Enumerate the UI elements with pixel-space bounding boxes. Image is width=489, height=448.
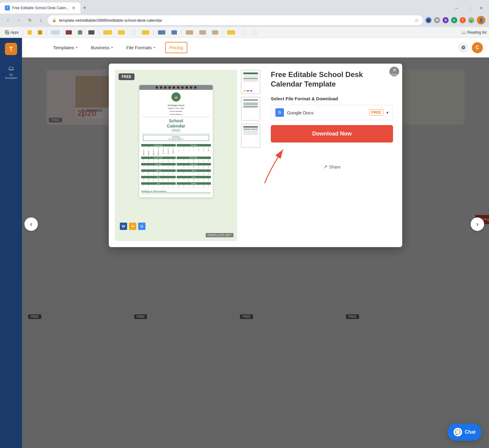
cal-month-7: March SMTWTFS 123456 <box>141 169 176 175</box>
forward-button[interactable]: › <box>15 16 23 24</box>
ext-icon-1[interactable]: ⬛ <box>425 17 432 23</box>
refresh-button[interactable]: ↻ <box>26 16 34 24</box>
reading-list-label: Reading list <box>467 30 487 35</box>
bookmark-8[interactable] <box>116 30 127 35</box>
back-button[interactable]: ‹ <box>4 16 12 24</box>
modal-close-label: Close <box>391 73 398 76</box>
user-profile-button[interactable]: C <box>472 42 483 53</box>
thumbnail-1[interactable] <box>241 70 260 94</box>
chat-label: Chat <box>465 429 476 435</box>
ext-puzzle-icon[interactable]: 🧩 <box>468 17 474 23</box>
home-button[interactable]: ⌂ <box>37 16 45 24</box>
chat-button[interactable]: 💬 Chat <box>447 424 482 441</box>
main-preview-area: FREE 🏫 <box>115 70 237 241</box>
bookmark-separator-5 <box>181 30 182 35</box>
browser-tab[interactable]: T Free Editable School Desk Calen... ✕ <box>0 2 80 13</box>
calendar-title: SchoolCalendar <box>142 118 210 129</box>
format-icons-row: W ✏ G <box>120 223 145 230</box>
cal-month-11: July SMTWTFS 123 <box>141 182 176 188</box>
notes-title: Holidays & Observations <box>141 190 211 193</box>
bookmark-5[interactable] <box>75 30 85 35</box>
modal-prev-button[interactable]: ‹ <box>24 217 38 231</box>
reading-list-icon: 📖 <box>461 30 466 35</box>
bookmark-separator <box>23 30 23 35</box>
modal-right-section: Free Editable School Desk Calendar Templ… <box>268 70 396 241</box>
thumbnail-2[interactable] <box>241 97 260 121</box>
nav-business[interactable]: Business ▾ <box>87 43 116 53</box>
cal-month-8: April SMTWTFS 123 <box>177 169 211 175</box>
my-templates-icon: 🗂 <box>8 65 14 72</box>
bookmark-3[interactable] <box>49 30 62 35</box>
bookmark-separator-3 <box>99 30 99 35</box>
bookmark-1[interactable] <box>25 30 34 35</box>
bookmark-9[interactable] <box>128 30 138 35</box>
sidebar-item-my-templates[interactable]: 🗂 MyTemplates <box>2 62 20 82</box>
calendar-year: (2022) <box>142 129 210 132</box>
cal-month-2: October SMTWTFS 123 45678910 <box>177 144 211 156</box>
settings-button[interactable]: ⚙ <box>458 43 468 53</box>
bookmark-15[interactable] <box>210 30 221 35</box>
modal-close-button[interactable]: ✕ Close <box>389 67 399 76</box>
free-badge: FREE <box>119 73 134 80</box>
window-close-button[interactable]: ✕ <box>478 6 484 10</box>
address-bar[interactable]: 🔒 template.net/editable/28895/editable-s… <box>48 15 423 25</box>
maximize-button[interactable]: ⬜ <box>466 6 472 10</box>
bookmark-2[interactable] <box>35 30 45 35</box>
chat-circle-icon: 💬 <box>454 428 462 436</box>
apps-bookmark[interactable]: Apps <box>2 30 21 35</box>
bookmark-star-icon[interactable]: ☆ <box>414 17 419 23</box>
bookmark-4[interactable] <box>63 30 74 35</box>
nav-file-formats[interactable]: File Formats ▾ <box>123 43 159 53</box>
bookmark-7[interactable] <box>101 30 114 35</box>
reading-list-button[interactable]: 📖 Reading list <box>461 30 487 35</box>
nav-file-formats-label: File Formats <box>126 45 152 50</box>
pages-format-icon: ✏ <box>129 223 136 230</box>
thumbnail-3[interactable] <box>241 124 260 148</box>
site-logo[interactable]: T <box>5 43 17 55</box>
nav-templates-label: Templates <box>53 45 74 50</box>
gear-icon: ⚙ <box>461 45 465 50</box>
lock-icon: 🔒 <box>52 18 57 22</box>
bookmark-17[interactable] <box>239 30 248 35</box>
bookmark-6[interactable] <box>86 30 97 35</box>
download-now-button[interactable]: Download Now <box>271 125 393 143</box>
format-selector-dropdown[interactable]: G Google Docs FREE ▾ <box>271 105 393 120</box>
thumbnail-list <box>241 70 260 241</box>
ext-icon-3[interactable]: N <box>443 17 449 23</box>
modal-next-button[interactable]: › <box>471 217 484 231</box>
bookmark-16[interactable] <box>225 30 237 35</box>
bookmark-12[interactable] <box>169 30 179 35</box>
format-free-tag: FREE <box>369 109 383 116</box>
thumb-inner-1 <box>242 71 259 93</box>
cal-month-6: February SMTWTFS 123456 <box>177 163 211 168</box>
calendar-preview: 🏫 Hill Bridge SchoolAddress, City, State… <box>139 85 213 197</box>
apps-label: Apps <box>10 30 19 35</box>
nav-file-formats-chevron: ▾ <box>154 46 155 49</box>
bookmark-13[interactable] <box>183 30 196 35</box>
ext-icon-4[interactable]: G <box>451 17 457 23</box>
bookmark-14[interactable] <box>197 30 208 35</box>
new-tab-button[interactable]: + <box>80 4 89 12</box>
nav-pricing[interactable]: Pricing <box>165 42 188 53</box>
modal-overlay: ‹ ✕ Close FREE <box>22 57 489 448</box>
nav-pricing-label: Pricing <box>169 45 183 50</box>
bookmark-10[interactable] <box>139 30 152 35</box>
share-area[interactable]: ↗ Share <box>271 164 393 170</box>
gdocs-format-icon: G <box>138 223 145 230</box>
bookmark-11[interactable] <box>156 30 168 35</box>
format-name: Google Docs <box>287 110 366 115</box>
user-avatar[interactable]: 👤 <box>477 16 485 24</box>
tab-close-button[interactable]: ✕ <box>72 6 75 10</box>
chat-bubble-icon: 💬 <box>455 429 461 435</box>
share-icon: ↗ <box>323 164 327 170</box>
nav-templates-chevron: ▾ <box>76 46 77 49</box>
ext-icon-5[interactable]: T <box>460 17 466 23</box>
bookmark-18[interactable] <box>249 30 259 35</box>
top-nav: Templates ▾ Business ▾ File Formats ▾ Pr… <box>22 38 489 57</box>
user-initial: C <box>476 45 479 50</box>
bookmark-separator-6 <box>222 30 223 35</box>
minimize-button[interactable]: ─ <box>454 6 460 10</box>
nav-templates[interactable]: Templates ▾ <box>50 43 81 53</box>
nav-business-label: Business <box>91 45 109 50</box>
ext-icon-2[interactable]: ❤ <box>434 17 440 23</box>
